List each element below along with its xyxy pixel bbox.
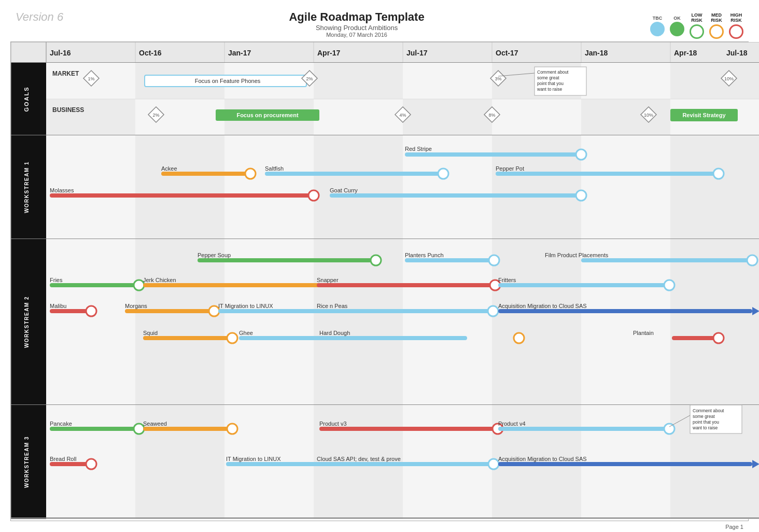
- tl-oct17: Oct-17: [496, 49, 518, 57]
- tl-oct16: Oct-16: [139, 49, 162, 57]
- ghee-label: Ghee: [239, 330, 253, 336]
- svg-rect-47: [314, 239, 403, 405]
- svg-rect-45: [135, 239, 224, 405]
- svg-text:some great: some great: [693, 414, 715, 419]
- roadmap-svg: Jul-16 Oct-16 Jan-17 Apr-17 Jul-17 Oct-1…: [11, 42, 759, 519]
- tl-apr18: Apr-18: [674, 49, 697, 57]
- page-number: Page 1: [5, 521, 754, 532]
- acq-migration-ws3-label: Acquisition Migration to Cloud SAS: [498, 456, 587, 462]
- molasses-label: Molasses: [50, 187, 74, 193]
- svg-rect-0: [11, 42, 759, 63]
- pepper-soup-bar: [198, 258, 376, 262]
- rice-end: [488, 306, 498, 316]
- hard-dough-label: Hard Dough: [319, 330, 350, 336]
- bread-roll-label: Bread Roll: [50, 456, 76, 462]
- legend-ok-circle: [670, 22, 684, 36]
- svg-rect-20: [46, 99, 135, 135]
- seaweed-end: [227, 424, 237, 434]
- morgans-end: [209, 306, 219, 316]
- fritters-end: [664, 280, 674, 290]
- ws3-label: WORKSTREAM 3: [24, 436, 30, 488]
- legend-med-risk: MEDRISK: [709, 13, 724, 39]
- market-label: MARKET: [52, 70, 79, 77]
- film-placements-end: [747, 255, 757, 265]
- pepper-pot-end: [713, 169, 724, 179]
- svg-rect-21: [135, 99, 224, 135]
- milestone-10pct-market-label: 10%: [724, 76, 734, 81]
- svg-rect-46: [224, 239, 314, 405]
- it-cloud-ws3-bar: [226, 462, 494, 466]
- pancake-label: Pancake: [50, 421, 72, 427]
- malibu-label: Malibu: [50, 303, 66, 309]
- page: Version 6 Agile Roadmap Template Showing…: [0, 0, 759, 532]
- planters-punch-bar: [405, 258, 494, 262]
- legend-tbc-circle: [650, 22, 665, 36]
- film-placements-bar: [581, 258, 752, 262]
- hard-dough-end: [514, 333, 524, 343]
- cloud-sas-api-label: Cloud SAS API; dev, test & prove: [317, 456, 401, 462]
- goat-curry-end: [576, 190, 586, 201]
- svg-rect-19: [670, 63, 759, 99]
- svg-rect-26: [581, 99, 670, 135]
- squid-label: Squid: [143, 330, 158, 336]
- cloud-end-ws3: [488, 459, 499, 469]
- red-stripe-label: Red Stripe: [405, 146, 432, 152]
- focus-procurement-text: Focus on procurement: [236, 112, 299, 118]
- legend-high-circle: [729, 24, 743, 39]
- ackee-end: [245, 169, 256, 179]
- svg-rect-18: [581, 63, 670, 99]
- svg-rect-25: [492, 99, 581, 135]
- fries-bar: [50, 283, 139, 287]
- squid-bar: [143, 336, 232, 340]
- svg-rect-50: [581, 239, 670, 405]
- svg-text:point that you: point that you: [537, 81, 564, 86]
- svg-rect-23: [314, 99, 403, 135]
- fritters-label: Fritters: [498, 277, 516, 283]
- morgans-label: Morgans: [125, 303, 147, 309]
- svg-rect-16: [403, 63, 492, 99]
- legend-ok: OK: [670, 16, 684, 36]
- film-placements-label: Film Product Placements: [545, 252, 609, 258]
- legend-low-circle: [690, 24, 704, 39]
- acq-migration-ws2-label: Acquisition Migration to Cloud SAS: [498, 303, 587, 309]
- acq-migration-ws2-bar: [498, 309, 752, 313]
- svg-rect-15: [314, 63, 403, 99]
- title-block: Agile Roadmap Template Showing Product A…: [289, 10, 424, 38]
- pepper-soup-end: [371, 255, 381, 265]
- tl-jan18: Jan-18: [585, 49, 608, 57]
- product-v4-end: [664, 424, 674, 434]
- malibu-bar: [50, 309, 91, 313]
- header: Version 6 Agile Roadmap Template Showing…: [5, 5, 754, 41]
- tl-jul17: Jul-17: [406, 49, 428, 57]
- svg-rect-24: [403, 99, 492, 135]
- product-v4-label: Product v4: [498, 421, 526, 427]
- milestone-10pct-biz-label: 10%: [644, 113, 653, 118]
- comment-box-1-text: Comment about: [537, 69, 569, 75]
- legend-med-circle: [709, 24, 724, 39]
- plantain-end: [713, 333, 724, 343]
- bread-roll-end: [86, 459, 96, 469]
- rice-peas-label: Rice n Peas: [317, 303, 348, 309]
- red-stripe-end: [576, 149, 586, 160]
- molasses-bar: [50, 193, 314, 198]
- fries-end: [134, 280, 144, 290]
- product-v4-bar: [498, 427, 669, 431]
- tl-jan17: Jan-17: [228, 49, 251, 57]
- acq-migration-ws3-bar: [498, 462, 752, 466]
- focus-feature-phones-text: Focus on Feature Phones: [195, 78, 261, 84]
- ackee-bar: [161, 172, 250, 176]
- legend-tbc: TBC: [650, 16, 665, 36]
- milestone-3pct-label: 3%: [495, 76, 501, 81]
- plantain-label: Plantain: [633, 330, 654, 336]
- fritters-bar: [498, 283, 669, 287]
- it-rice-bar: [218, 309, 493, 313]
- goat-curry-bar: [330, 193, 581, 198]
- milestone-1pct-label: 1%: [88, 76, 94, 81]
- milestone-2pct-market-label: 2%: [306, 76, 313, 81]
- red-stripe-bar: [405, 152, 581, 157]
- legend-high-risk: HIGHRISK: [729, 13, 743, 39]
- goat-curry-label: Goat Curry: [330, 187, 358, 193]
- product-v3-bar: [319, 427, 498, 431]
- jerk-chicken-bar: [143, 283, 321, 287]
- pancake-bar: [50, 427, 139, 431]
